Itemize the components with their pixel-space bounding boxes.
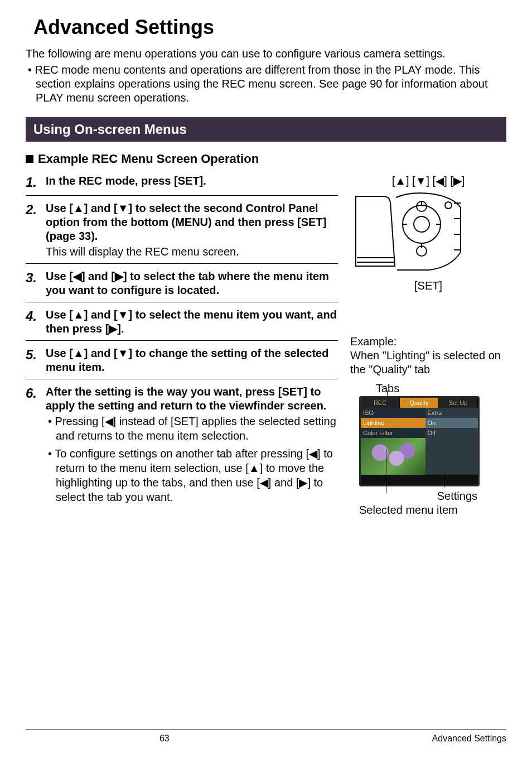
step-3: 3. Use [◀] and [▶] to select the tab whe… — [26, 269, 338, 297]
up-triangle-icon: ▲ — [73, 308, 84, 321]
down-triangle-icon: ▼ — [118, 347, 129, 359]
setting-off: Off — [425, 428, 478, 438]
divider — [26, 195, 338, 196]
up-triangle-icon: ▲ — [249, 462, 260, 474]
step-text: After the setting is the way you want, p… — [46, 385, 338, 413]
left-triangle-icon: ◀ — [105, 415, 113, 427]
leader-line — [387, 390, 388, 399]
step-1: 1. In the REC mode, press [SET]. — [26, 174, 338, 191]
svg-point-6 — [445, 202, 452, 209]
footer-rule — [26, 729, 506, 730]
step-number: 2. — [26, 201, 41, 218]
menu-screen: REC Quality Set Up ISO Lighting Color Fi… — [359, 396, 480, 486]
camera-diagram-icon — [350, 191, 466, 274]
tab-row: REC Quality Set Up — [361, 398, 478, 408]
bullet-icon: • — [28, 64, 32, 76]
right-triangle-icon: ▶ — [453, 175, 462, 187]
menu-screen-figure: REC Quality Set Up ISO Lighting Color Fi… — [359, 396, 480, 517]
step-text: Use [◀] and [▶] to select the tab where … — [46, 269, 338, 297]
left-triangle-icon: ◀ — [260, 476, 268, 489]
step-number: 3. — [26, 269, 41, 286]
step-body: This will display the REC menu screen. — [46, 244, 338, 259]
right-triangle-icon: ▶ — [299, 476, 307, 489]
divider — [26, 263, 338, 264]
sub-heading-text: Example REC Menu Screen Operation — [38, 152, 259, 166]
divider — [26, 340, 338, 341]
selected-item-callout-label: Selected menu item — [359, 504, 480, 517]
leader-line — [386, 450, 386, 493]
menu-item-color-filter: Color Filter — [361, 428, 425, 438]
down-triangle-icon: ▼ — [118, 202, 129, 214]
step-5: 5. Use [▲] and [▼] to change the setting… — [26, 346, 338, 374]
step-note: • Pressing [◀] instead of [SET] applies … — [46, 414, 338, 443]
right-triangle-icon: ▶ — [109, 322, 117, 335]
page-number: 63 — [159, 734, 170, 744]
intro-note-text: REC mode menu contents and operations ar… — [35, 64, 488, 104]
right-triangle-icon: ▶ — [115, 270, 123, 282]
step-text: Use [▲] and [▼] to select the menu item … — [46, 308, 338, 336]
up-triangle-icon: ▲ — [73, 347, 84, 359]
left-triangle-icon: ◀ — [436, 175, 444, 187]
footer-title: Advanced Settings — [432, 734, 506, 744]
step-6: 6. After the setting is the way you want… — [26, 385, 338, 504]
step-number: 6. — [26, 385, 41, 402]
up-triangle-icon: ▲ — [395, 175, 406, 187]
step-number: 1. — [26, 174, 41, 191]
down-triangle-icon: ▼ — [118, 308, 129, 321]
section-heading: Using On-screen Menus — [26, 117, 506, 142]
divider — [26, 379, 338, 379]
menu-item-iso: ISO — [361, 408, 425, 418]
intro-note: • REC mode menu contents and operations … — [26, 63, 506, 105]
step-text: Use [▲] and [▼] to change the setting of… — [46, 346, 338, 374]
tab-rec: REC — [361, 398, 400, 408]
step-text: In the REC mode, press [SET]. — [46, 174, 206, 188]
up-triangle-icon: ▲ — [73, 202, 84, 214]
menu-settings: Extra On Off — [425, 408, 478, 475]
set-button-label: [SET] — [350, 279, 506, 292]
setting-extra: Extra — [425, 408, 478, 418]
svg-point-3 — [414, 216, 429, 232]
step-text: Use [▲] and [▼] to select the second Con… — [46, 201, 338, 243]
bullet-icon: • — [48, 415, 52, 427]
left-triangle-icon: ◀ — [73, 270, 81, 282]
down-triangle-icon: ▼ — [415, 175, 427, 187]
step-number: 5. — [26, 346, 41, 363]
left-triangle-icon: ◀ — [309, 447, 317, 460]
tab-quality: Quality — [400, 398, 439, 408]
divider — [26, 302, 338, 302]
preview-image — [361, 438, 425, 475]
page: Advanced Settings The following are menu… — [0, 0, 532, 757]
step-note: • To configure settings on another tab a… — [46, 446, 338, 504]
leader-line — [444, 471, 444, 488]
tab-setup: Set Up — [439, 398, 478, 408]
settings-callout-label: Settings — [359, 490, 477, 503]
sub-heading: Example REC Menu Screen Operation — [26, 152, 506, 166]
page-title: Advanced Settings — [33, 16, 506, 39]
step-number: 4. — [26, 308, 41, 325]
menu-item-lighting: Lighting — [361, 418, 425, 428]
example-caption: Example: When "Lighting" is selected on … — [350, 335, 506, 377]
bullet-icon: • — [48, 447, 52, 460]
steps-column: 1. In the REC mode, press [SET]. 2. Use … — [26, 174, 338, 517]
direction-keys-label: [▲] [▼] [◀] [▶] — [350, 174, 506, 187]
step-4: 4. Use [▲] and [▼] to select the menu it… — [26, 308, 338, 336]
tabs-callout-label: Tabs — [376, 382, 506, 395]
menu-items: ISO Lighting Color Filter — [361, 408, 425, 475]
square-bullet-icon — [26, 155, 33, 163]
page-footer: . 63 Advanced Settings — [26, 724, 506, 744]
step-2: 2. Use [▲] and [▼] to select the second … — [26, 201, 338, 259]
setting-on: On — [425, 418, 478, 428]
intro-text: The following are menu operations you ca… — [26, 47, 506, 61]
figures-column: [▲] [▼] [◀] [▶] — [350, 174, 506, 517]
